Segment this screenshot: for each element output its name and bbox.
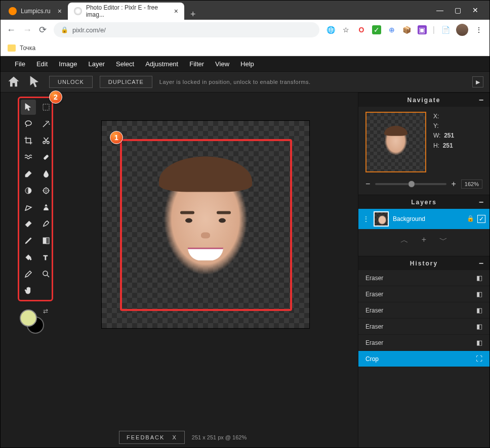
history-item[interactable]: Eraser◧ [358,286,489,302]
reload-button[interactable]: ⟳ [39,24,47,35]
text-tool[interactable]: T [38,250,54,265]
history-label: Eraser [365,275,383,282]
pen-tool[interactable] [21,200,36,215]
menu-filter[interactable]: Filter [189,60,204,68]
layer-down-button[interactable]: ﹀ [439,235,447,246]
reading-list-icon[interactable]: 📄 [441,25,450,34]
bookmark-item[interactable]: Точка [20,44,35,52]
zoom-tool[interactable] [38,266,54,282]
ext-purple-icon[interactable]: ▣ [418,25,427,34]
dodge-tool[interactable] [21,183,36,198]
visibility-icon[interactable]: ✓ [477,215,485,223]
bookmark-star-icon[interactable]: ☆ [342,25,351,34]
fill-tool[interactable] [21,250,36,265]
collapse-icon[interactable]: − [479,198,484,207]
tab-title: Lumpics.ru [21,8,51,15]
picker-tool[interactable] [21,266,36,282]
svg-rect-0 [43,104,49,110]
layer-thumb [374,211,389,227]
canvas-status: 251 x 251 px @ 162% [192,434,247,440]
ext-globe-icon[interactable]: ⊕ [387,25,396,34]
menu-adjustment[interactable]: Adjustment [145,60,178,68]
drag-handle-icon[interactable]: ⋮ [362,215,370,223]
image-content [150,154,261,290]
sponge-tool[interactable] [38,183,54,198]
blur-tool[interactable] [38,166,54,182]
home-icon[interactable] [7,75,21,89]
eraser-icon: ◧ [476,290,482,298]
swap-colors-icon[interactable]: ⇄ [43,307,48,315]
browser-tab-pixlr[interactable]: Photo Editor : Pixlr E - free imag... × [68,3,184,20]
cursor-icon[interactable] [28,75,42,89]
history-item[interactable]: Crop⛶ [358,351,489,367]
profile-avatar[interactable] [456,24,468,36]
new-tab-button[interactable]: + [184,9,202,20]
heal-tool[interactable] [38,150,54,165]
collapse-icon[interactable]: − [479,96,484,105]
svg-text:T: T [44,254,48,261]
navigate-panel-header[interactable]: Navigate − [358,93,489,107]
clone-tool[interactable] [38,200,54,215]
lasso-tool[interactable] [21,116,36,131]
history-item[interactable]: Eraser◧ [358,270,489,286]
history-item[interactable]: Eraser◧ [358,302,489,319]
unlock-button[interactable]: UNLOCK [49,76,93,88]
history-item[interactable]: Eraser◧ [358,319,489,335]
close-icon[interactable]: × [174,7,178,15]
minimize-button[interactable]: — [436,6,443,14]
lock-icon: 🔒 [61,26,68,33]
layer-up-button[interactable]: ︿ [400,235,409,246]
layer-item-background[interactable]: ⋮ Background 🔒 ✓ [358,209,489,229]
translate-icon[interactable]: 🌐 [326,25,336,34]
smudge-tool[interactable] [38,216,54,232]
menu-select[interactable]: Select [116,60,134,68]
ext-box-icon[interactable]: 📦 [402,25,412,34]
canvas[interactable]: 1 [102,121,309,328]
menu-help[interactable]: Help [240,60,254,68]
crop-icon: ⛶ [476,355,482,363]
cutout-tool[interactable] [38,133,54,148]
color-swatches[interactable]: ⇄ [20,309,45,335]
address-bar[interactable]: 🔒 pixlr.com/e/ [54,22,319,37]
zoom-value[interactable]: 162% [461,180,482,189]
close-icon[interactable]: X [172,434,177,440]
hand-tool[interactable] [21,283,36,298]
pencil-tool[interactable] [21,233,36,248]
zoom-slider[interactable] [375,183,446,185]
back-button[interactable]: ← [7,25,16,35]
zoom-out-button[interactable]: − [365,180,370,189]
duplicate-button[interactable]: DUPLICATE [100,76,152,88]
brush-tool[interactable] [21,166,36,182]
browser-tab-lumpics[interactable]: Lumpics.ru × [3,3,68,20]
liquify-tool[interactable] [21,150,36,165]
menu-image[interactable]: Image [59,60,77,68]
navigator-thumb[interactable] [365,112,426,172]
eraser-tool[interactable] [21,216,36,232]
wand-tool[interactable] [38,116,54,131]
expand-panels-icon[interactable]: ▶ [472,76,483,87]
foreground-color-swatch[interactable] [20,309,37,327]
ext-check-icon[interactable]: ✓ [372,25,381,34]
menu-file[interactable]: File [15,60,25,68]
menu-layer[interactable]: Layer [89,60,105,68]
layers-panel-header[interactable]: Layers − [358,195,489,209]
zoom-in-button[interactable]: + [452,180,456,189]
ext-o-icon[interactable]: O [357,25,366,34]
lock-icon[interactable]: 🔒 [467,215,474,223]
add-layer-button[interactable]: + [422,235,426,246]
menu-view[interactable]: View [215,60,229,68]
history-item[interactable]: Eraser◧ [358,335,489,351]
url-text: pixlr.com/e/ [72,26,106,34]
history-panel-header[interactable]: History − [358,256,489,270]
crop-tool[interactable] [21,133,36,148]
annotation-2: 2 [49,91,62,104]
feedback-button[interactable]: FEEDBACK X [119,431,185,444]
arrow-tool[interactable] [21,100,36,115]
gradient-tool[interactable] [38,233,54,248]
close-window-button[interactable]: ✕ [472,6,478,14]
menu-edit[interactable]: Edit [36,60,48,68]
close-icon[interactable]: × [58,7,62,15]
maximize-button[interactable]: ▢ [455,6,461,14]
collapse-icon[interactable]: − [479,259,484,268]
menu-icon[interactable]: ⋮ [474,25,483,34]
